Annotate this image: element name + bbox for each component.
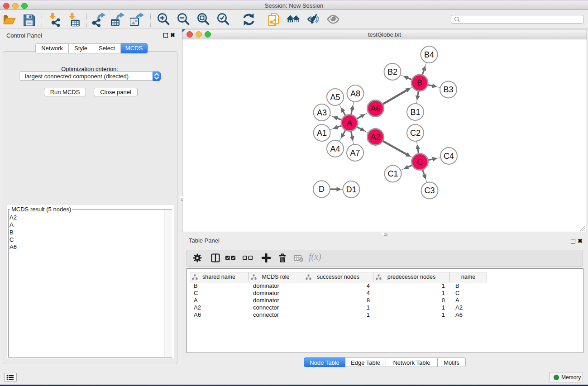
svg-text:B: B — [417, 78, 422, 87]
svg-text:C: C — [417, 157, 423, 167]
svg-text:A2: A2 — [370, 133, 380, 142]
svg-text:D: D — [319, 185, 325, 194]
svg-text:B3: B3 — [443, 85, 453, 94]
svg-text:B4: B4 — [424, 50, 434, 59]
svg-text:B2: B2 — [387, 67, 397, 76]
svg-text:B1: B1 — [410, 108, 420, 117]
svg-text:D1: D1 — [346, 185, 356, 194]
svg-text:A: A — [347, 119, 352, 128]
svg-text:A5: A5 — [330, 93, 340, 102]
svg-text:A1: A1 — [317, 129, 327, 138]
svg-text:A8: A8 — [350, 89, 360, 98]
svg-text:A7: A7 — [350, 148, 360, 157]
svg-text:C3: C3 — [424, 186, 435, 195]
svg-text:C1: C1 — [387, 169, 398, 178]
svg-text:A3: A3 — [317, 108, 327, 117]
svg-text:C2: C2 — [410, 129, 421, 138]
svg-text:A6: A6 — [370, 104, 380, 113]
svg-text:A4: A4 — [330, 144, 340, 153]
svg-text:C4: C4 — [444, 152, 454, 161]
